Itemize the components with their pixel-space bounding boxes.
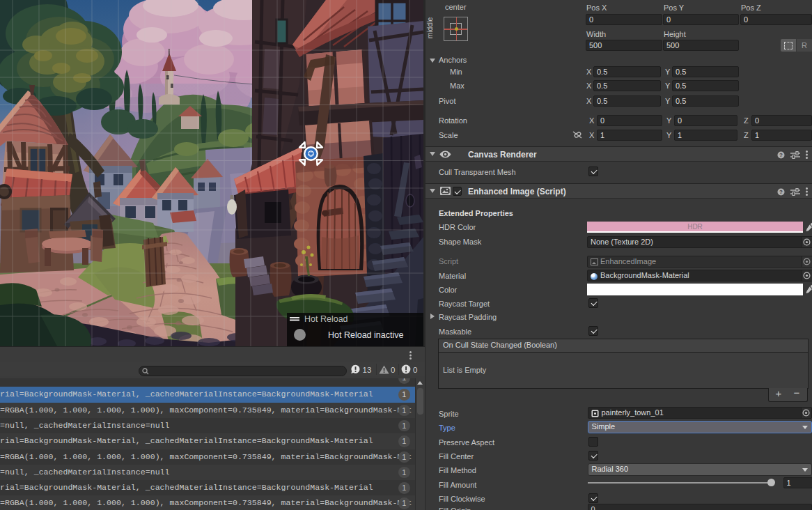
svg-text:?: ? — [779, 152, 783, 158]
svg-text:?: ? — [779, 189, 783, 195]
